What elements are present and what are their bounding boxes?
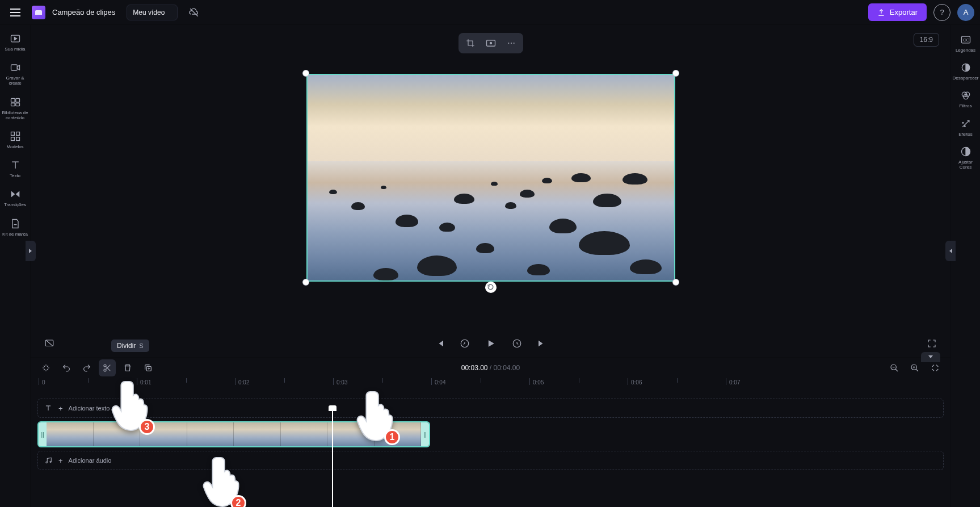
help-button[interactable]: ? [933, 4, 950, 21]
svg-line-0 [191, 9, 199, 16]
svg-point-21 [104, 369, 106, 371]
skip-end-button[interactable] [533, 335, 550, 352]
chevron-left-icon [948, 248, 953, 254]
clip-handle-left[interactable]: || [39, 422, 47, 446]
cloud-off-button[interactable] [184, 3, 204, 22]
svg-rect-5 [11, 103, 15, 106]
delete-button[interactable] [119, 359, 136, 376]
preview-toolbar [459, 33, 523, 53]
play-button[interactable] [481, 334, 500, 353]
sidebar-item-label: Texto [10, 173, 20, 178]
sidebar-item-captions[interactable]: CC Legendas [951, 31, 981, 56]
sidebar-item-filters[interactable]: Filtros [951, 86, 981, 112]
audio-track-label: Adicionar áudio [69, 457, 112, 464]
zoom-in-icon [910, 363, 919, 372]
video-title-input[interactable] [127, 5, 178, 20]
playback-controls [31, 330, 950, 357]
sidebar-item-content-library[interactable]: Biblioteca de conteúdo [1, 93, 30, 124]
undo-button[interactable] [58, 359, 75, 376]
sidebar-item-adjust-colors[interactable]: Ajustar Cores [951, 143, 981, 173]
zoom-out-button[interactable] [886, 359, 903, 376]
total-time: 00:04.00 [494, 364, 520, 372]
svg-rect-9 [11, 137, 14, 141]
hide-preview-button[interactable] [41, 335, 58, 352]
resize-handle-tr[interactable] [673, 70, 679, 76]
preview-canvas[interactable] [306, 74, 675, 282]
music-icon [44, 456, 53, 465]
export-button[interactable]: Exportar [868, 3, 927, 21]
plus-icon: + [58, 404, 63, 413]
rotate-handle[interactable] [485, 282, 497, 293]
templates-icon [10, 131, 21, 142]
resize-handle-bl[interactable] [303, 279, 309, 285]
resize-handle-tl[interactable] [303, 70, 309, 76]
svg-text:CC: CC [963, 37, 969, 43]
text-track-label: Adicionar texto [69, 405, 110, 412]
magic-button[interactable] [37, 359, 54, 376]
menu-button[interactable] [6, 3, 25, 22]
title-input-wrap [127, 5, 178, 20]
split-tooltip: Dividir S [111, 340, 149, 352]
upload-icon [877, 9, 885, 16]
svg-point-40 [962, 122, 964, 123]
skip-start-icon [435, 338, 445, 349]
playhead[interactable] [332, 405, 333, 507]
time-separator: / [487, 364, 493, 372]
split-button[interactable] [99, 359, 116, 376]
skip-start-button[interactable] [431, 335, 448, 352]
text-icon [44, 404, 53, 413]
hamburger-icon [10, 9, 20, 16]
text-track-placeholder[interactable]: + Adicionar texto [37, 399, 944, 418]
forward-button[interactable] [508, 335, 525, 352]
ruler-label: 0:01 [140, 379, 151, 386]
timeline-ruler[interactable]: 00:010:020:030:040:050:060:07 [31, 378, 950, 391]
zoom-fit-icon [931, 363, 940, 372]
fullscreen-button[interactable] [923, 335, 940, 352]
sidebar-item-brand-kit[interactable]: Kit de marca [1, 215, 30, 240]
app-name: Campeão de clipes [52, 8, 115, 16]
fit-button[interactable] [481, 35, 500, 51]
svg-point-20 [104, 364, 106, 367]
sidebar-item-record-create[interactable]: Gravar & create [1, 58, 30, 89]
redo-button[interactable] [78, 359, 95, 376]
sidebar-item-text[interactable]: Texto [1, 156, 30, 182]
clip-handle-right[interactable]: || [421, 422, 429, 446]
sidebar-item-your-media[interactable]: Sua mídia [1, 30, 30, 55]
ruler-label: 0:04 [435, 379, 445, 386]
svg-rect-4 [15, 98, 19, 102]
timeline-zoom-controls [886, 359, 944, 376]
ruler-label: 0:05 [533, 379, 544, 386]
timeline-tracks: + Adicionar texto || || + [31, 391, 950, 507]
filters-icon [960, 90, 971, 101]
avatar[interactable]: A [957, 4, 974, 21]
sidebar-item-label: Sua mídia [5, 47, 25, 52]
crop-button[interactable] [461, 35, 480, 51]
rewind-button[interactable] [456, 335, 473, 352]
video-clip[interactable]: || || [37, 421, 430, 447]
aspect-ratio-selector[interactable]: 16:9 [914, 33, 939, 47]
right-sidebar-expand-toggle[interactable] [945, 241, 956, 261]
more-button[interactable] [502, 35, 521, 51]
svg-point-41 [964, 125, 965, 127]
svg-point-13 [508, 43, 509, 44]
sidebar-item-templates[interactable]: Modelos [1, 127, 30, 153]
duplicate-button[interactable] [140, 359, 157, 376]
video-track[interactable]: || || [37, 421, 944, 447]
timeline-time: 00:03.00 / 00:04.00 [461, 364, 520, 372]
fade-icon [960, 62, 971, 73]
svg-rect-8 [16, 132, 19, 135]
zoom-fit-button[interactable] [927, 359, 944, 376]
svg-rect-3 [11, 98, 15, 102]
resize-handle-br[interactable] [673, 279, 679, 285]
media-icon [10, 33, 21, 44]
sidebar-item-fade[interactable]: Desaparecer [951, 58, 981, 84]
sidebar-item-effects[interactable]: Efeitos [951, 115, 981, 140]
sidebar-item-label: Gravar & create [6, 76, 24, 86]
fullscreen-icon [927, 338, 937, 349]
sidebar-item-transitions[interactable]: Transições [1, 185, 30, 211]
zoom-in-button[interactable] [906, 359, 923, 376]
adjust-colors-icon [960, 146, 971, 157]
sidebar-expand-toggle[interactable] [26, 241, 36, 261]
app-logo [32, 6, 45, 19]
audio-track-placeholder[interactable]: + Adicionar áudio [37, 451, 944, 470]
